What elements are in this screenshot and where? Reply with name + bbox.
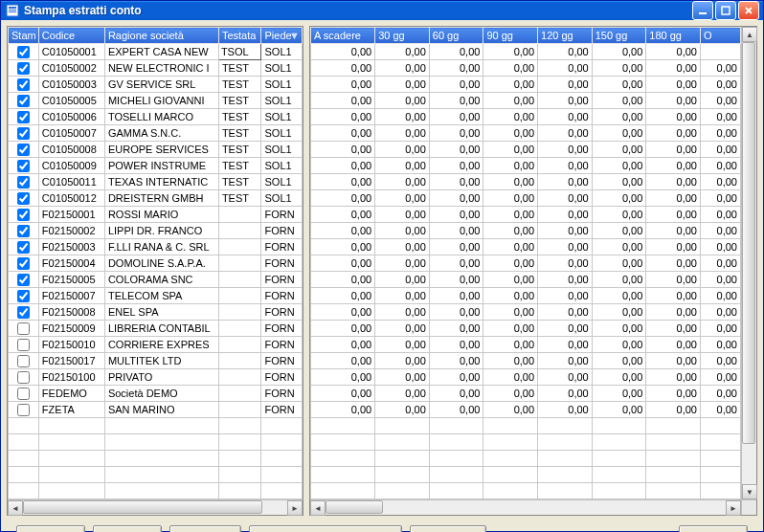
cell-g90[interactable]: 0,00 xyxy=(483,125,538,142)
cell-codice[interactable]: F02150003 xyxy=(38,239,104,255)
cell-g30[interactable]: 0,00 xyxy=(375,223,430,239)
cell-g90[interactable]: 0,00 xyxy=(483,77,538,93)
cell-g30[interactable]: 0,00 xyxy=(375,125,430,142)
cell-g180[interactable]: 0,00 xyxy=(646,386,701,402)
stam-checkbox[interactable] xyxy=(17,241,30,254)
table-row[interactable]: C01050007GAMMA S.N.C.TESTSOL1 xyxy=(9,125,303,142)
cell-g90[interactable]: 0,00 xyxy=(483,207,538,223)
cell-ascadere[interactable]: 0,00 xyxy=(311,288,375,304)
cell-piede[interactable]: FORN xyxy=(261,337,303,353)
cell-g30[interactable]: 0,00 xyxy=(375,255,430,272)
cell-g150[interactable]: 0,00 xyxy=(592,386,646,402)
table-row[interactable]: 0,000,000,000,000,000,000,000,00 xyxy=(311,77,741,93)
cell-g30[interactable]: 0,00 xyxy=(375,158,430,174)
cell-g180[interactable]: 0,00 xyxy=(646,44,701,60)
cell-g120[interactable]: 0,00 xyxy=(538,223,593,239)
cell-testata[interactable] xyxy=(218,353,261,369)
cell-testata[interactable] xyxy=(218,386,261,402)
col-180gg[interactable]: 180 gg xyxy=(646,28,701,44)
cell-testata[interactable]: TEST xyxy=(218,77,261,93)
cell-codice[interactable]: C01050002 xyxy=(38,60,104,77)
cell-ascadere[interactable]: 0,00 xyxy=(311,337,375,353)
minimize-button[interactable] xyxy=(692,1,713,20)
cell-g120[interactable]: 0,00 xyxy=(538,44,593,60)
cell-g120[interactable]: 0,00 xyxy=(538,353,593,369)
cell-g60[interactable]: 0,00 xyxy=(429,44,483,60)
cell-g150[interactable]: 0,00 xyxy=(592,288,646,304)
cell-g30[interactable]: 0,00 xyxy=(375,337,430,353)
stam-checkbox[interactable] xyxy=(17,388,30,400)
stampa-button[interactable]: Stampa xyxy=(16,525,85,532)
cell-testata[interactable] xyxy=(218,337,261,353)
cell-g150[interactable]: 0,00 xyxy=(592,353,646,369)
cell-g120[interactable]: 0,00 xyxy=(538,255,593,272)
col-codice[interactable]: Codice xyxy=(38,28,104,44)
table-row[interactable]: 0,000,000,000,000,000,000,000,00 xyxy=(311,321,741,337)
cell-stam[interactable] xyxy=(9,77,39,93)
table-row[interactable]: 0,000,000,000,000,000,000,000,00 xyxy=(311,255,741,272)
cell-ol[interactable]: 0,00 xyxy=(700,174,740,190)
cell-g120[interactable]: 0,00 xyxy=(538,272,593,288)
stam-checkbox[interactable] xyxy=(17,274,30,286)
cell-g150[interactable]: 0,00 xyxy=(592,321,646,337)
table-row[interactable]: C01050006TOSELLI MARCOTESTSOL1 xyxy=(9,109,303,125)
cell-testata[interactable] xyxy=(218,402,261,418)
cell-g30[interactable]: 0,00 xyxy=(375,207,430,223)
cell-ol[interactable]: 0,00 xyxy=(700,125,740,142)
cell-codice[interactable]: F02150017 xyxy=(38,353,104,369)
cell-stam[interactable] xyxy=(9,239,39,255)
cell-piede[interactable]: SOL1 xyxy=(261,77,303,93)
cell-g180[interactable]: 0,00 xyxy=(646,288,701,304)
cell-g150[interactable]: 0,00 xyxy=(592,174,646,190)
cell-g150[interactable]: 0,00 xyxy=(592,272,646,288)
cell-g150[interactable]: 0,00 xyxy=(592,255,646,272)
cell-ascadere[interactable]: 0,00 xyxy=(311,304,375,321)
cell-piede[interactable]: SOL1 xyxy=(261,142,303,158)
table-row[interactable]: F02150001ROSSI MARIOFORN xyxy=(9,207,303,223)
scroll-track[interactable] xyxy=(742,42,756,484)
cell-ascadere[interactable]: 0,00 xyxy=(311,369,375,386)
cell-codice[interactable]: C01050008 xyxy=(38,142,104,158)
cell-g150[interactable]: 0,00 xyxy=(592,125,646,142)
cell-codice[interactable]: C01050005 xyxy=(38,93,104,109)
cell-g60[interactable]: 0,00 xyxy=(429,142,483,158)
cell-ol[interactable]: 0,00 xyxy=(700,142,740,158)
cell-g30[interactable]: 0,00 xyxy=(375,93,430,109)
cell-g90[interactable]: 0,00 xyxy=(483,402,538,418)
cell-testata[interactable]: TEST xyxy=(218,174,261,190)
cell-ragione[interactable]: SAN MARINO xyxy=(104,402,218,418)
cell-g180[interactable]: 0,00 xyxy=(646,223,701,239)
cell-ol[interactable] xyxy=(700,44,740,60)
stam-checkbox[interactable] xyxy=(17,209,30,221)
table-row[interactable]: F02150100PRIVATOFORN xyxy=(9,369,303,386)
cell-g120[interactable]: 0,00 xyxy=(538,304,593,321)
cell-stam[interactable] xyxy=(9,174,39,190)
table-row[interactable]: F02150002LIPPI DR. FRANCOFORN xyxy=(9,223,303,239)
cell-g90[interactable]: 0,00 xyxy=(483,60,538,77)
cell-g120[interactable]: 0,00 xyxy=(538,174,593,190)
cell-g60[interactable]: 0,00 xyxy=(429,190,483,207)
scroll-track[interactable] xyxy=(23,500,287,515)
cell-ascadere[interactable]: 0,00 xyxy=(311,321,375,337)
scroll-left-button[interactable]: ◄ xyxy=(8,500,23,516)
cell-g90[interactable]: 0,00 xyxy=(483,288,538,304)
stam-checkbox[interactable] xyxy=(17,371,30,384)
cell-g120[interactable]: 0,00 xyxy=(538,288,593,304)
cell-testata[interactable]: TEST xyxy=(218,190,261,207)
dropdown-icon[interactable]: ▼ xyxy=(289,30,300,41)
cell-g60[interactable]: 0,00 xyxy=(429,304,483,321)
cell-ol[interactable]: 0,00 xyxy=(700,321,740,337)
table-row[interactable]: C01050011TEXAS INTERNATICTESTSOL1 xyxy=(9,174,303,190)
table-row[interactable]: F02150004DOMOLINE S.A.P.A.FORN xyxy=(9,255,303,272)
cell-g120[interactable]: 0,00 xyxy=(538,77,593,93)
cell-g60[interactable]: 0,00 xyxy=(429,288,483,304)
stam-checkbox[interactable] xyxy=(17,62,30,75)
cell-testata[interactable]: TEST xyxy=(218,109,261,125)
cell-stam[interactable] xyxy=(9,255,39,272)
cell-g30[interactable]: 0,00 xyxy=(375,60,430,77)
cell-codice[interactable]: F02150002 xyxy=(38,223,104,239)
cell-testata[interactable]: TEST xyxy=(218,60,261,77)
cell-g120[interactable]: 0,00 xyxy=(538,402,593,418)
cell-ragione[interactable]: MULTITEK LTD xyxy=(104,353,218,369)
cell-g60[interactable]: 0,00 xyxy=(429,255,483,272)
